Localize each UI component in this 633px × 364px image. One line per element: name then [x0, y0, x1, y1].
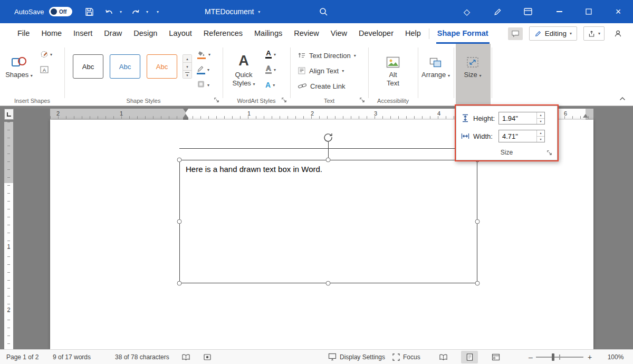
- undo-icon: [104, 7, 114, 16]
- print-layout-view-button[interactable]: [461, 351, 478, 363]
- right-indent-marker[interactable]: [583, 114, 588, 118]
- proofing-book-icon: [181, 353, 190, 361]
- gallery-more-button[interactable]: ▾: [183, 71, 191, 78]
- edit-shape-button[interactable]: ▾: [40, 50, 52, 59]
- tab-file[interactable]: File: [12, 23, 35, 44]
- shape-effects-button[interactable]: ▾: [195, 79, 212, 91]
- text-fill-button[interactable]: A ▾: [264, 48, 277, 61]
- character-count[interactable]: 38 of 78 characters: [113, 350, 171, 364]
- gallery-scroll-down-button[interactable]: ▾: [183, 63, 191, 71]
- shape-style-option-1[interactable]: Abc: [73, 54, 103, 79]
- text-effects-button[interactable]: A ▾: [264, 79, 277, 91]
- word-count[interactable]: 9 of 17 words: [51, 350, 93, 364]
- height-spin-up[interactable]: ▴: [537, 112, 544, 119]
- focus-button[interactable]: Focus: [390, 350, 423, 364]
- collapse-ribbon-button[interactable]: [616, 94, 629, 103]
- tab-stop-selector[interactable]: [4, 109, 14, 120]
- quick-styles-button[interactable]: A Quick Styles ▾: [229, 45, 258, 89]
- tab-review[interactable]: Review: [288, 23, 325, 44]
- close-button[interactable]: ×: [603, 0, 633, 23]
- document-title-button[interactable]: MTEDocument ▾: [205, 0, 260, 23]
- zoom-out-button[interactable]: –: [526, 350, 535, 364]
- zoom-level[interactable]: 100%: [602, 350, 629, 364]
- text-caption: Text: [290, 98, 368, 104]
- text-dialog-launcher[interactable]: [358, 96, 366, 103]
- text-fill-icon: A: [265, 50, 272, 59]
- display-settings-button[interactable]: Display Settings: [326, 350, 387, 364]
- height-spin-down[interactable]: ▾: [537, 119, 544, 124]
- align-text-button[interactable]: Align Text ▾: [298, 64, 344, 77]
- account-person-icon[interactable]: [611, 27, 625, 41]
- create-link-button[interactable]: Create Link: [298, 80, 345, 92]
- autosave-toggle[interactable]: Off: [49, 7, 72, 16]
- tab-view[interactable]: View: [325, 23, 353, 44]
- tab-developer[interactable]: Developer: [353, 23, 399, 44]
- ruler-number: 3: [374, 110, 377, 117]
- size-dialog-launcher[interactable]: [545, 149, 553, 156]
- text-box[interactable]: Here is a hand drawn text box in Word.: [179, 160, 477, 283]
- width-spin-up[interactable]: ▴: [537, 130, 544, 137]
- titlebar: AutoSave Off ▾ ▾ ▾ MTEDocument ▾ ◇: [0, 0, 633, 23]
- wordart-dialog-launcher[interactable]: [280, 96, 288, 103]
- vertical-ruler[interactable]: 1 2: [4, 122, 13, 349]
- draw-text-box-button[interactable]: A: [40, 66, 49, 73]
- undo-menu-chevron[interactable]: ▾: [117, 0, 124, 23]
- share-button[interactable]: ▾: [583, 26, 605, 41]
- rotate-handle[interactable]: [323, 132, 333, 142]
- quick-access-customize-chevron[interactable]: ▾: [154, 0, 161, 23]
- resize-handle-bottom-right[interactable]: [475, 281, 480, 286]
- proofing-status-button[interactable]: [179, 350, 193, 364]
- tab-insert[interactable]: Insert: [68, 23, 98, 44]
- save-button[interactable]: [80, 0, 98, 23]
- search-icon[interactable]: [314, 0, 332, 23]
- macro-record-button[interactable]: [202, 350, 213, 364]
- editing-mode-dropdown[interactable]: Editing ▾: [529, 26, 577, 41]
- web-layout-view-button[interactable]: [487, 351, 504, 363]
- diamond-icon[interactable]: ◇: [458, 0, 476, 23]
- text-outline-button[interactable]: A ▾: [264, 63, 277, 76]
- tab-mailings[interactable]: Mailings: [248, 23, 288, 44]
- resize-handle-bottom-center[interactable]: [326, 281, 331, 286]
- tab-layout[interactable]: Layout: [163, 23, 198, 44]
- arrange-button[interactable]: Arrange ▾: [421, 45, 450, 80]
- gallery-scroll-up-button[interactable]: ▴: [183, 55, 191, 63]
- resize-handle-middle-right[interactable]: [475, 219, 480, 224]
- tab-help[interactable]: Help: [399, 23, 427, 44]
- text-direction-label: Text Direction: [309, 52, 351, 60]
- page-indicator[interactable]: Page 1 of 2: [4, 350, 41, 364]
- tab-references[interactable]: References: [198, 23, 248, 44]
- alt-text-button[interactable]: Alt Text: [383, 45, 403, 88]
- accessibility-group: Alt Text Accessibility: [368, 44, 418, 106]
- resize-handle-top-center[interactable]: [326, 158, 331, 162]
- tab-draw[interactable]: Draw: [98, 23, 128, 44]
- first-line-indent-marker[interactable]: [183, 109, 188, 112]
- minimize-button[interactable]: [544, 0, 574, 23]
- resize-handle-top-left[interactable]: [177, 158, 182, 162]
- resize-handle-bottom-left[interactable]: [177, 281, 182, 286]
- text-direction-button[interactable]: Text Direction ▾: [298, 49, 356, 62]
- shape-styles-dialog-launcher[interactable]: [213, 96, 220, 103]
- maximize-button[interactable]: [574, 0, 603, 23]
- shape-fill-button[interactable]: ▾: [195, 48, 212, 61]
- tab-shape-format[interactable]: Shape Format: [431, 23, 494, 44]
- shape-style-option-2[interactable]: Abc: [110, 54, 140, 79]
- redo-menu-chevron[interactable]: ▾: [143, 0, 151, 23]
- ink-pen-icon[interactable]: [488, 0, 506, 23]
- comments-button[interactable]: [508, 27, 523, 40]
- shape-style-option-3[interactable]: Abc: [147, 54, 177, 79]
- shapes-button[interactable]: Shapes ▾: [5, 45, 33, 80]
- zoom-in-button[interactable]: +: [586, 350, 594, 364]
- text-box-content[interactable]: Here is a hand drawn text box in Word.: [186, 165, 322, 174]
- zoom-slider-thumb[interactable]: [552, 353, 554, 361]
- width-spin-down[interactable]: ▾: [537, 137, 544, 142]
- read-mode-view-button[interactable]: [435, 351, 452, 363]
- hanging-indent-marker[interactable]: [183, 114, 188, 118]
- tab-design[interactable]: Design: [128, 23, 163, 44]
- ribbon-options-icon[interactable]: [519, 0, 537, 23]
- undo-button[interactable]: [100, 0, 118, 23]
- shape-outline-button[interactable]: ▾: [195, 63, 212, 76]
- size-button[interactable]: Size ▾: [463, 45, 483, 80]
- redo-button[interactable]: [127, 0, 145, 23]
- resize-handle-middle-left[interactable]: [177, 219, 182, 224]
- tab-home[interactable]: Home: [35, 23, 68, 44]
